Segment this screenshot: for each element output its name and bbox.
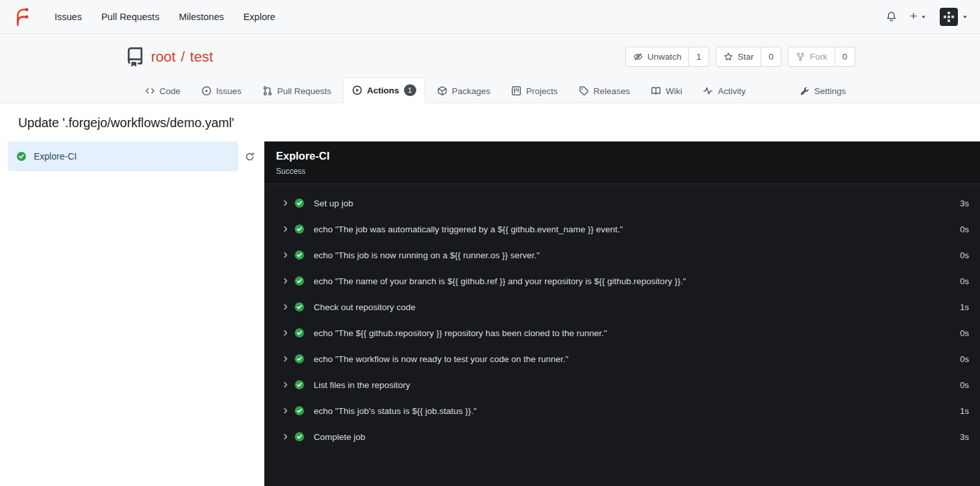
step-duration: 3s: [960, 432, 969, 442]
step-row[interactable]: echo "The name of your branch is ${{ git…: [264, 268, 980, 294]
step-duration: 0s: [960, 276, 969, 286]
step-duration: 0s: [960, 354, 969, 364]
unwatch-button[interactable]: Unwatch: [625, 47, 690, 67]
star-button-group: Star 0: [716, 47, 781, 67]
job-sidebar: Explore-CI: [0, 141, 264, 486]
create-new-button[interactable]: +: [910, 11, 927, 22]
star-label: Star: [738, 52, 754, 62]
chevron-right-icon[interactable]: [282, 433, 290, 441]
success-check-icon: [294, 302, 305, 312]
user-menu-button[interactable]: [940, 8, 968, 26]
tab-wiki[interactable]: Wiki: [642, 79, 692, 103]
actions-count-badge: 1: [404, 84, 416, 96]
book-icon: [651, 86, 661, 96]
plus-icon: +: [910, 10, 917, 22]
chevron-right-icon[interactable]: [282, 329, 290, 337]
tab-issues[interactable]: Issues: [192, 79, 251, 103]
bell-icon: [886, 11, 897, 22]
log-header: Explore-CI Success: [264, 141, 980, 184]
chevron-right-icon[interactable]: [282, 303, 290, 311]
step-row[interactable]: List files in the repository 0s: [264, 372, 980, 398]
step-row[interactable]: Check out repository code 1s: [264, 294, 980, 320]
forgejo-logo-icon: [12, 7, 31, 27]
repo-actions: Unwatch 1 Star 0: [625, 47, 855, 67]
repo-header: root / test Unw: [0, 34, 980, 103]
refresh-icon: [245, 152, 255, 162]
step-duration: 0s: [960, 250, 969, 260]
tab-pull-requests[interactable]: Pull Requests: [253, 79, 340, 103]
fork-button[interactable]: Fork: [788, 47, 835, 67]
project-board-icon: [511, 86, 521, 96]
step-duration: 3s: [960, 199, 969, 208]
success-check-icon: [294, 406, 305, 416]
tab-activity[interactable]: Activity: [694, 79, 755, 103]
star-icon: [723, 52, 733, 62]
step-row[interactable]: echo "This job's status is ${{ job.statu…: [264, 398, 980, 424]
success-check-icon: [294, 431, 305, 442]
chevron-down-icon: [920, 14, 927, 20]
tab-label: Pull Requests: [277, 86, 331, 96]
tab-label: Settings: [814, 86, 846, 96]
forgejo-logo[interactable]: [12, 7, 31, 27]
step-name: Check out repository code: [314, 302, 416, 312]
chevron-right-icon[interactable]: [282, 381, 290, 389]
primary-nav: Issues Pull Requests Milestones Explore: [45, 6, 284, 28]
code-icon: [145, 86, 155, 96]
repo-owner-link[interactable]: root: [151, 49, 176, 66]
star-button[interactable]: Star: [716, 47, 762, 67]
nav-issues[interactable]: Issues: [45, 6, 91, 28]
tag-icon: [579, 86, 589, 96]
notifications-button[interactable]: [886, 11, 897, 22]
step-row[interactable]: echo "The job was automatically triggere…: [264, 216, 980, 242]
step-row[interactable]: Complete job 3s: [264, 424, 980, 450]
chevron-right-icon[interactable]: [282, 355, 290, 363]
job-name-label: Explore-CI: [34, 151, 77, 162]
job-item-explore-ci[interactable]: Explore-CI: [8, 141, 238, 171]
nav-explore[interactable]: Explore: [234, 6, 284, 28]
repo-title-row: root / test Unw: [125, 47, 855, 67]
chevron-right-icon[interactable]: [282, 225, 290, 233]
step-name: echo "This job's status is ${{ job.statu…: [314, 406, 477, 416]
tab-projects[interactable]: Projects: [502, 79, 567, 103]
step-row[interactable]: echo "The ${{ github.repository }} repos…: [264, 320, 980, 346]
step-row[interactable]: echo "The workflow is now ready to test …: [264, 346, 980, 372]
success-check-icon: [294, 276, 305, 286]
tab-code[interactable]: Code: [136, 79, 190, 103]
watch-count[interactable]: 1: [689, 47, 709, 67]
step-name: echo "This job is now running on a ${{ r…: [314, 250, 540, 260]
tab-label: Activity: [718, 86, 746, 96]
pull-request-icon: [262, 86, 273, 96]
nav-pull-requests[interactable]: Pull Requests: [92, 6, 168, 28]
chevron-right-icon[interactable]: [282, 277, 290, 285]
navbar-right: +: [886, 8, 968, 26]
watch-button-group: Unwatch 1: [625, 47, 709, 67]
refresh-button[interactable]: [238, 141, 260, 171]
package-icon: [437, 86, 447, 96]
tab-label: Projects: [526, 86, 558, 96]
step-duration: 1s: [960, 302, 969, 312]
success-check-icon: [16, 151, 27, 162]
repo-name-link[interactable]: test: [190, 49, 213, 66]
fork-label: Fork: [810, 52, 827, 62]
tab-label: Releases: [594, 86, 630, 96]
pulse-icon: [703, 86, 713, 96]
nav-milestones[interactable]: Milestones: [170, 6, 232, 28]
step-name: Set up job: [314, 199, 353, 208]
step-duration: 1s: [960, 406, 969, 416]
tab-packages[interactable]: Packages: [428, 79, 499, 103]
step-duration: 0s: [960, 328, 969, 338]
step-row[interactable]: echo "This job is now running on a ${{ r…: [264, 242, 980, 268]
tab-settings[interactable]: Settings: [791, 79, 855, 103]
job-status: Success: [276, 167, 968, 176]
chevron-right-icon[interactable]: [282, 407, 290, 415]
step-name: echo "The ${{ github.repository }} repos…: [314, 328, 607, 338]
tab-actions[interactable]: Actions 1: [343, 77, 425, 103]
step-row[interactable]: Set up job 3s: [264, 190, 980, 216]
fork-count[interactable]: 0: [835, 47, 855, 67]
run-layout: Explore-CI Explore-CI Success Set up job…: [0, 141, 980, 486]
tab-releases[interactable]: Releases: [570, 79, 639, 103]
chevron-right-icon[interactable]: [282, 199, 290, 207]
star-count[interactable]: 0: [761, 47, 781, 67]
step-duration: 0s: [960, 380, 969, 390]
chevron-right-icon[interactable]: [282, 251, 290, 259]
